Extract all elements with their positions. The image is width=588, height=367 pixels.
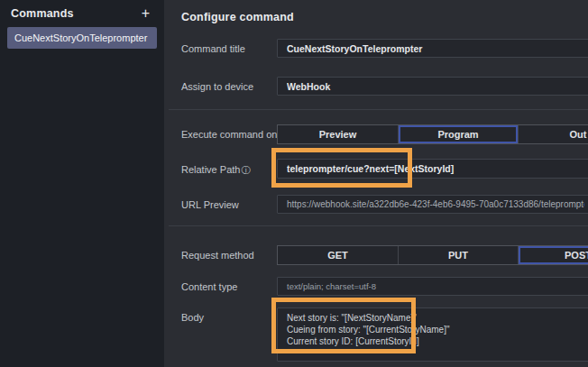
execute-on-option-program[interactable]: Program xyxy=(398,125,518,143)
command-title-input[interactable] xyxy=(277,39,588,58)
request-method-option-put[interactable]: PUT xyxy=(398,246,518,264)
commands-sidebar: Commands + CueNextStoryOnTeleprompter xyxy=(0,0,164,367)
command-editor-window: Commands + CueNextStoryOnTeleprompter Co… xyxy=(0,0,588,367)
execute-on-option-preview[interactable]: Preview xyxy=(278,125,398,143)
configure-command-panel: Configure command Command title Assign t… xyxy=(164,0,588,367)
assign-device-input[interactable] xyxy=(277,77,588,96)
execute-on-label: Execute command on xyxy=(181,129,277,140)
execute-on-segmented-control: Preview Program Out xyxy=(277,124,588,144)
relative-path-label: Relative Pathⓘ xyxy=(181,164,250,177)
body-textarea[interactable]: Next story is: "[NextStoryName]" Cueing … xyxy=(277,307,588,362)
command-title-label: Command title xyxy=(181,43,245,54)
section-divider xyxy=(169,109,588,110)
sidebar-header: Commands + xyxy=(0,0,164,21)
sidebar-item-command[interactable]: CueNextStoryOnTeleprompter xyxy=(7,27,157,49)
request-method-option-post[interactable]: POST xyxy=(518,246,588,264)
add-command-button[interactable]: + xyxy=(140,6,152,21)
section-divider xyxy=(169,225,588,226)
body-label: Body xyxy=(181,312,204,323)
request-method-segmented-control: GET PUT POST xyxy=(277,245,588,265)
sidebar-title: Commands xyxy=(11,7,74,20)
plus-icon: + xyxy=(142,5,150,21)
info-icon: ⓘ xyxy=(241,165,250,175)
request-method-option-get[interactable]: GET xyxy=(278,246,398,264)
content-type-input[interactable] xyxy=(277,277,588,296)
relative-path-input[interactable] xyxy=(277,159,588,179)
url-preview-label: URL Preview xyxy=(181,199,239,210)
request-method-label: Request method xyxy=(181,250,254,261)
assign-device-label: Assign to device xyxy=(181,81,253,92)
page-title: Configure command xyxy=(181,11,294,23)
content-type-label: Content type xyxy=(181,281,237,292)
url-preview-input[interactable] xyxy=(277,195,588,214)
relative-path-label-text: Relative Path xyxy=(181,164,240,175)
execute-on-option-out[interactable]: Out xyxy=(518,125,588,143)
